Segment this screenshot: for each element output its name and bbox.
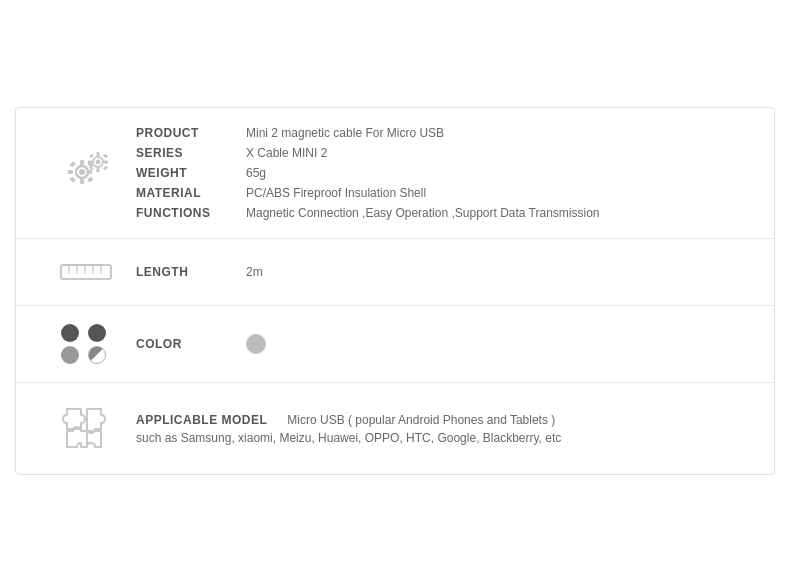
series-label: SERIES (136, 146, 246, 160)
length-label: LENGTH (136, 265, 246, 279)
svg-rect-11 (97, 152, 100, 156)
gear-icon (36, 148, 136, 198)
color-label: COLOR (136, 337, 246, 351)
circle-dark2 (88, 324, 106, 342)
svg-rect-8 (87, 176, 93, 182)
length-value: 2m (246, 265, 263, 279)
weight-value: 65g (246, 166, 266, 180)
product-line: PRODUCT Mini 2 magnetic cable For Micro … (136, 126, 754, 140)
svg-point-19 (96, 160, 101, 165)
color-row: COLOR (16, 306, 774, 383)
color-content: COLOR (136, 334, 754, 354)
svg-rect-1 (80, 160, 84, 165)
applicable-value1: Micro USB ( popular Android Phones and T… (287, 413, 555, 427)
applicable-value2: such as Samsung, xiaomi, Meizu, Huawei, … (136, 431, 561, 445)
circle-striped (88, 346, 106, 364)
series-line: SERIES X Cable MINI 2 (136, 146, 754, 160)
circle-dark1 (61, 324, 79, 342)
applicable-line1: APPLICABLE MODEL Micro USB ( popular And… (136, 413, 754, 427)
length-line: LENGTH 2m (136, 265, 754, 279)
length-row: LENGTH 2m (16, 239, 774, 306)
svg-rect-3 (68, 170, 73, 174)
color-swatch (246, 334, 266, 354)
puzzle-icon (36, 401, 136, 456)
specs-content: PRODUCT Mini 2 magnetic cable For Micro … (136, 126, 754, 220)
weight-line: WEIGHT 65g (136, 166, 754, 180)
ruler-icon (36, 257, 136, 287)
svg-rect-7 (69, 176, 75, 182)
svg-rect-13 (88, 161, 92, 164)
series-value: X Cable MINI 2 (246, 146, 327, 160)
weight-label: WEIGHT (136, 166, 246, 180)
length-content: LENGTH 2m (136, 265, 754, 279)
svg-rect-5 (69, 161, 75, 167)
functions-value: Magnetic Connection ,Easy Operation ,Sup… (246, 206, 600, 220)
svg-rect-15 (89, 154, 94, 159)
product-specs-container: PRODUCT Mini 2 magnetic cable For Micro … (15, 107, 775, 475)
applicable-line2: such as Samsung, xiaomi, Meizu, Huawei, … (136, 431, 754, 445)
product-value: Mini 2 magnetic cable For Micro USB (246, 126, 444, 140)
svg-rect-16 (103, 154, 108, 159)
circle-gray (61, 346, 79, 364)
color-line: COLOR (136, 334, 754, 354)
svg-rect-18 (103, 166, 108, 171)
functions-label: FUNCTIONS (136, 206, 246, 220)
svg-point-9 (79, 169, 85, 175)
color-circles-icon (36, 324, 136, 364)
applicable-content: APPLICABLE MODEL Micro USB ( popular And… (136, 413, 754, 445)
product-label: PRODUCT (136, 126, 246, 140)
applicable-row: APPLICABLE MODEL Micro USB ( popular And… (16, 383, 774, 474)
material-line: MATERIAL PC/ABS Fireproof Insulation She… (136, 186, 754, 200)
material-label: MATERIAL (136, 186, 246, 200)
applicable-label: APPLICABLE MODEL (136, 413, 267, 427)
material-value: PC/ABS Fireproof Insulation Shell (246, 186, 426, 200)
specs-row: PRODUCT Mini 2 magnetic cable For Micro … (16, 108, 774, 239)
svg-rect-4 (87, 170, 92, 174)
svg-rect-14 (104, 161, 108, 164)
functions-line: FUNCTIONS Magnetic Connection ,Easy Oper… (136, 206, 754, 220)
svg-rect-12 (97, 168, 100, 172)
svg-rect-2 (80, 179, 84, 184)
